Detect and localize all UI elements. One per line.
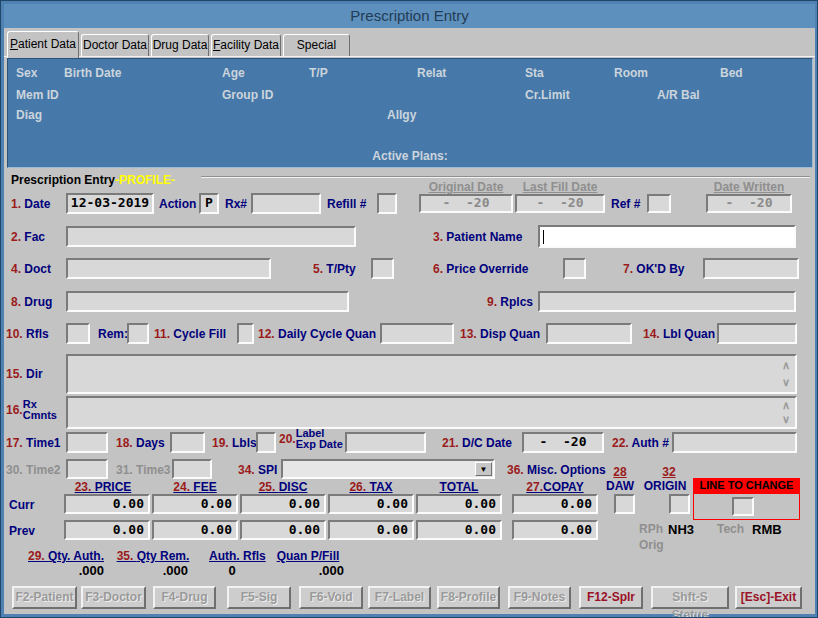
days-field[interactable] [170,432,205,453]
qty-auth-value: .000 [26,563,104,578]
cycle-fill-field[interactable] [237,323,254,344]
patient-name-field[interactable] [538,225,796,248]
facility-label: 2. Fac [11,230,45,244]
f3-doctor-button[interactable]: F3-Doctor [81,586,146,609]
rx-comments-field[interactable]: ∧ ∨ [66,396,797,429]
curr-tax-field[interactable]: 0.00 [328,494,414,514]
f8-profile-button[interactable]: F8-Profile [437,586,500,609]
time3-field [172,459,212,479]
curr-price-field[interactable]: 0.00 [64,494,150,514]
tab-doctor-data[interactable]: Doctor Data [81,34,149,57]
cr-limit-label: Cr.Limit [525,88,570,102]
origin-number-label: 32 [651,465,687,479]
f9-notes-button[interactable]: F9-Notes [508,586,571,609]
fee-header: 24. FEE [152,480,238,494]
patient-info-panel: Sex Birth Date Age T/P Relat Sta Room Be… [7,58,813,168]
f2-patient-button[interactable]: F2-Patient [12,586,77,609]
scroll-up-icon[interactable]: ∧ [782,360,790,371]
esc-exit-button[interactable]: [Esc]-Exit [735,586,802,609]
time1-field[interactable] [66,432,108,453]
okd-by-label: 7. OK'D By [623,262,685,276]
f6-void-button[interactable]: F6-Void [299,586,363,609]
curr-fee-field[interactable]: 0.00 [152,494,238,514]
refills-label: 10. Rfls [6,327,49,341]
spi-dropdown[interactable]: ▼ [281,459,495,479]
last-fill-date-field: - -20 [515,194,605,213]
rem-field[interactable] [127,323,149,344]
tech-label: Tech [717,522,744,536]
tpty-field[interactable] [371,258,394,279]
f12-splr-button[interactable]: F12-Splr [579,586,643,609]
date-written-label: Date Written [706,180,792,194]
groupbox-border [201,176,810,178]
ref-number-field[interactable] [647,194,671,213]
daily-cycle-quan-field[interactable] [380,323,454,344]
facility-field[interactable] [66,226,356,247]
disc-header: 25. DISC [240,480,326,494]
doctor-field[interactable] [66,258,271,279]
auth-rfls-label: Auth. Rfls [209,549,264,563]
f4-drug-button[interactable]: F4-Drug [153,586,216,609]
last-fill-date-label: Last Fill Date [515,180,605,194]
rplcs-label: 9. Rplcs [487,295,533,309]
prev-row-label: Prev [9,524,35,538]
action-label: Action [159,197,196,211]
action-field[interactable]: P [199,193,219,214]
orig-label: Orig [639,538,664,552]
drug-field[interactable] [66,291,349,312]
scroll-down-icon[interactable]: ∨ [782,414,790,425]
scroll-up-icon[interactable]: ∧ [782,400,790,411]
allgy-label: Allgy [387,108,416,122]
tab-special-keys[interactable]: Special Keys [283,34,350,57]
f7-label-button[interactable]: F7-Label [368,586,431,609]
tax-header: 26. TAX [328,480,414,494]
lbl-quan-field[interactable] [717,323,797,344]
price-override-field[interactable] [563,258,586,279]
lbls-field[interactable] [256,432,276,453]
time3-label: 31. Time3 [116,463,170,477]
line-to-change-field[interactable] [732,497,754,516]
tab-patient-data[interactable]: Patient Data [7,31,79,58]
rx-number-field[interactable] [251,193,321,214]
daw-field[interactable] [614,494,635,514]
dir-field[interactable]: ∧ ∨ [66,354,797,394]
tp-label: T/P [309,66,328,80]
group-id-label: Group ID [222,88,273,102]
shft-s-status-button[interactable]: Shft-S Status [651,586,729,609]
scroll-down-icon[interactable]: ∨ [782,377,790,388]
refills-field[interactable] [66,323,90,344]
label-exp-date-field[interactable] [345,432,426,453]
rph-initials: NH3 [668,522,694,537]
curr-disc-field[interactable]: 0.00 [240,494,326,514]
okd-by-field[interactable] [703,258,799,279]
window-title: Prescription Entry [350,7,468,24]
lbls-label: 19. Lbls [212,436,257,450]
price-header: 23. PRICE [56,480,150,494]
date-field[interactable]: 12-03-2019 [66,193,154,214]
rplcs-field[interactable] [538,291,796,312]
disp-quan-field[interactable] [546,323,632,344]
rem-label: Rem: [98,327,128,341]
original-date-field: - -20 [419,194,513,213]
relat-label: Relat [417,66,446,80]
tab-drug-data[interactable]: Drug Data [151,34,209,57]
curr-copay-field[interactable]: 0.00 [512,494,598,514]
dropdown-arrow-icon[interactable]: ▼ [475,462,492,476]
daw-label: DAW [602,479,638,493]
diag-label: Diag [16,108,42,122]
f5-sig-button[interactable]: F5-Sig [227,586,291,609]
origin-label: ORIGIN [639,479,691,493]
original-date-label: Original Date [419,180,513,194]
spi-label: 34. SPI [238,463,277,477]
auth-number-label: 22. Auth # [612,436,669,450]
prev-copay-field: 0.00 [512,520,598,540]
time1-label: 17. Time1 [6,436,60,450]
tab-facility-data[interactable]: Facility Data [211,34,281,57]
refill-number-field[interactable] [377,193,397,214]
line-to-change-banner: LINE TO CHANGE [693,478,800,493]
line-to-change-box [693,493,800,520]
origin-field[interactable] [669,494,690,514]
auth-number-field[interactable] [672,432,797,453]
dc-date-field[interactable]: - -20 [522,432,604,453]
curr-total-field[interactable]: 0.00 [416,494,502,514]
